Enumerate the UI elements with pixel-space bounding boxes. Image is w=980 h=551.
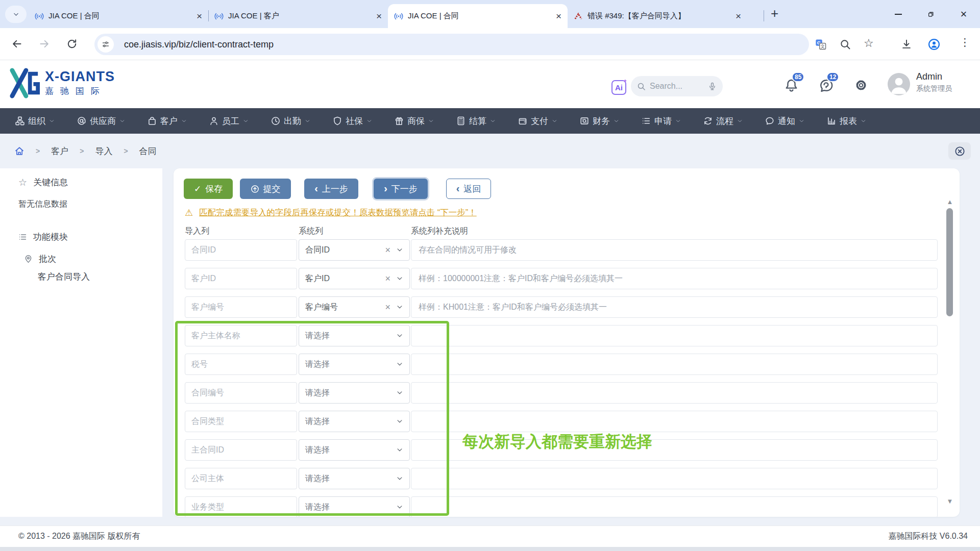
import-column-field[interactable]: 客户编号 [185,296,297,318]
clear-icon[interactable]: × [385,245,390,255]
maximize-button[interactable] [915,0,947,28]
sidebar-item-client-contract-import[interactable]: 客户合同导入 [38,271,90,283]
nav-item-通知[interactable]: 通知 [765,115,804,127]
system-column-select[interactable]: 请选择 [299,354,410,375]
reload-icon[interactable] [66,38,78,49]
new-tab-button[interactable]: + [771,7,778,20]
system-column-note[interactable] [411,411,938,432]
import-column-field[interactable]: 主合同ID [185,439,297,461]
nav-item-客户[interactable]: 客户 [148,115,187,127]
gear-icon[interactable] [854,79,868,92]
system-column-select[interactable]: 客户编号× [299,296,410,318]
system-column-select[interactable]: 请选择 [299,411,410,432]
nav-item-商保[interactable]: 商保 [395,115,434,127]
search-input[interactable] [650,82,704,91]
next-step-button[interactable]: ›下一步 [374,179,428,199]
import-column-field[interactable]: 税号 [185,354,297,375]
system-column-select[interactable]: 请选择 [299,439,410,461]
import-column-field[interactable]: 客户主体名称 [185,325,297,346]
browser-tab[interactable]: JIA COE | 客户× [208,4,388,28]
system-column-note[interactable] [411,325,938,346]
browser-tab[interactable]: JIA COE | 合同× [388,4,568,28]
breadcrumb-item[interactable]: 导入 [95,145,112,157]
global-search[interactable] [631,76,723,96]
translate-icon[interactable]: G文 [815,39,826,50]
system-column-note[interactable]: 样例：KH001注意：客户ID和客户编号必须选填其一 [411,296,938,318]
tab-search-button[interactable] [5,6,27,23]
tab-close-icon[interactable]: × [197,11,202,21]
system-column-select[interactable]: 请选择 [299,325,410,346]
nav-item-出勤[interactable]: 出勤 [271,115,310,127]
minimize-button[interactable] [882,0,915,28]
microphone-icon[interactable] [708,82,717,91]
close-page-button[interactable] [948,142,971,160]
nav-item-支付[interactable]: 支付 [518,115,557,127]
close-window-button[interactable]: × [947,0,980,28]
scroll-down-arrow[interactable]: ▼ [943,497,957,505]
chevron-down-icon [396,275,403,282]
scroll-up-arrow[interactable]: ▲ [943,198,957,206]
back-button[interactable]: ‹返回 [446,179,491,199]
bookmark-star-icon[interactable]: ☆ [864,37,874,50]
home-icon[interactable] [14,146,24,156]
table-row: 税号请选择 [174,354,960,375]
scrollbar-thumb[interactable] [946,208,953,316]
forward-icon[interactable] [39,38,50,49]
profile-icon[interactable] [928,38,940,51]
nav-item-员工[interactable]: 员工 [209,115,249,127]
site-settings-button[interactable] [97,36,114,53]
system-column-note[interactable]: 存在合同的情况可用于修改 [411,239,938,261]
import-column-field[interactable]: 业务类型 [185,496,297,517]
tab-close-icon[interactable]: × [736,11,741,21]
system-column-note[interactable] [411,496,938,517]
system-column-select[interactable]: 请选择 [299,382,410,404]
browser-tab[interactable]: 错误 #349:【客户合同导入】× [568,4,747,28]
system-column-select[interactable]: 请选择 [299,496,410,517]
nav-item-财务[interactable]: 财务 [580,115,619,127]
system-column-select[interactable]: 请选择 [299,468,410,489]
prev-step-button[interactable]: ‹上一步 [304,179,358,199]
back-icon[interactable] [11,38,22,49]
address-bar[interactable]: coe.jiasis.vip/biz/client-contract-temp [94,34,809,55]
bag-icon [148,116,157,126]
nav-item-报表[interactable]: 报表 [827,115,866,127]
avatar[interactable] [888,73,910,95]
system-column-note[interactable] [411,354,938,375]
chevron-down-icon [396,446,403,454]
clear-icon[interactable]: × [385,274,390,283]
nav-item-组织[interactable]: 组织 [15,115,55,127]
nav-item-供应商[interactable]: 供应商 [77,115,125,127]
nav-item-申请[interactable]: 申请 [642,115,681,127]
save-button[interactable]: ✓保存 [184,179,233,199]
sidebar-item-batch[interactable]: 批次 [24,253,56,265]
nav-item-结算[interactable]: 结算 [456,115,496,127]
pin-icon [24,255,33,263]
import-column-field[interactable]: 合同编号 [185,382,297,404]
import-column-field[interactable]: 合同类型 [185,411,297,432]
import-column-field[interactable]: 公司主体 [185,468,297,489]
breadcrumb-item[interactable]: 合同 [139,145,157,157]
chevron-down-icon [305,118,310,124]
import-column-field[interactable]: 合同ID [185,239,297,261]
tab-close-icon[interactable]: × [376,11,382,21]
breadcrumb-item[interactable]: 客户 [51,145,68,157]
nav-item-流程[interactable]: 流程 [703,115,743,127]
tab-close-icon[interactable]: × [556,11,561,21]
clear-icon[interactable]: × [385,303,390,312]
system-column-select[interactable]: 合同ID× [299,239,410,261]
nav-item-label: 组织 [28,115,45,127]
browser-menu-icon[interactable]: ⋮ [960,36,970,48]
nav-item-社保[interactable]: 社保 [333,115,372,127]
system-column-note[interactable] [411,382,938,404]
system-column-select[interactable]: 客户ID× [299,268,410,289]
logo[interactable]: X-GIANTS 嘉驰国际 [9,68,115,98]
system-column-note[interactable] [411,468,938,489]
chevron-down-icon [861,118,866,124]
system-column-note[interactable]: 样例：100000001注意：客户ID和客户编号必须选填其一 [411,268,938,289]
zoom-icon[interactable] [840,39,851,50]
download-icon[interactable] [901,39,912,50]
submit-button[interactable]: 提交 [240,179,291,199]
browser-tab[interactable]: JIA COE | 合同× [29,4,208,28]
import-column-field[interactable]: 客户ID [185,268,297,289]
ai-assistant-icon[interactable]: Ai✦ [611,80,626,95]
